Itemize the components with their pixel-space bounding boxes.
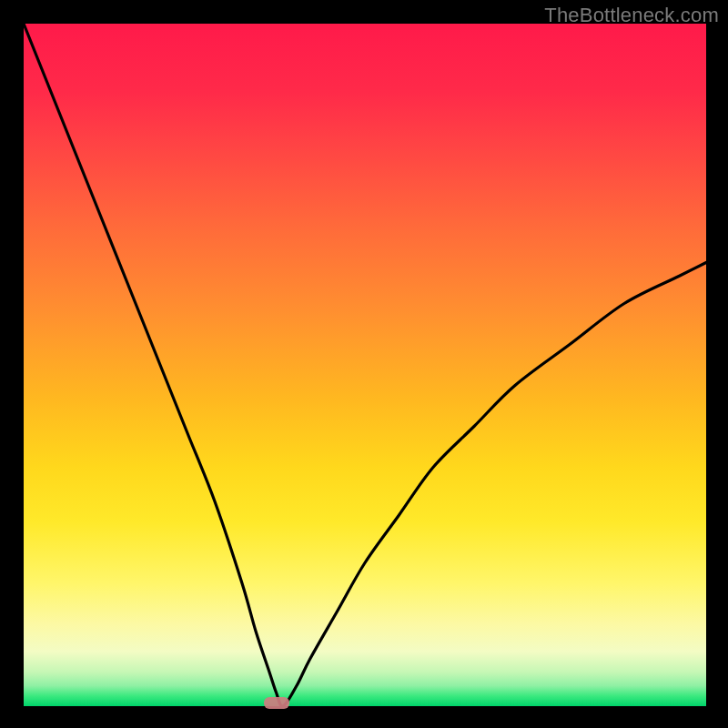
bottleneck-curve <box>24 24 706 706</box>
plot-area <box>24 24 706 706</box>
chart-frame: TheBottleneck.com <box>0 0 728 728</box>
optimal-point-marker <box>264 697 289 709</box>
